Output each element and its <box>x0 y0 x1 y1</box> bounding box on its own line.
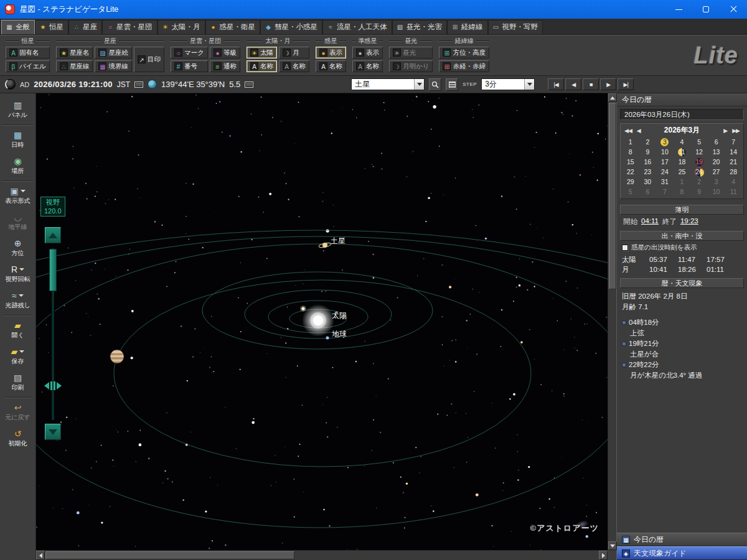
calendar-day-1-adjacent[interactable]: 1 <box>674 177 691 187</box>
planet-jupiter[interactable] <box>110 350 124 363</box>
sidebar-item-保存[interactable]: ▰保存 <box>0 343 35 370</box>
sky-chart[interactable]: 太陽土星地球 視野 120.0 ©アストロアーツ <box>36 93 608 550</box>
zoom-slider-handle[interactable] <box>40 381 66 391</box>
calendar-day-1[interactable]: 1 <box>622 137 639 147</box>
sidebar-item-表示形式[interactable]: ▣表示形式 <box>0 183 35 209</box>
step-select-arrow[interactable] <box>524 79 534 90</box>
toolbar-button-名称[interactable]: A名称 <box>279 60 309 72</box>
calendar-day-2-adjacent[interactable]: 2 <box>690 177 708 187</box>
tab-太陽・月[interactable]: ☀太陽・月 <box>157 20 205 34</box>
datetime-value[interactable]: 2026/03/26 19:21:00 <box>34 80 112 89</box>
tab-全般[interactable]: ▦全般 <box>1 20 35 34</box>
zoom-in-button[interactable] <box>45 424 61 440</box>
calendar-day-7-adjacent[interactable]: 7 <box>656 187 674 197</box>
toolbar-button-マーク[interactable]: ○マーク <box>171 47 208 58</box>
calendar-prev-year-button[interactable]: ◀◀ <box>622 128 634 134</box>
calendar-day-5-adjacent[interactable]: 5 <box>622 187 639 197</box>
calendar-day-24[interactable]: 24 <box>656 167 674 177</box>
toolbar-button-表示[interactable]: ●表示 <box>316 47 346 58</box>
calendar-day-6-adjacent[interactable]: 6 <box>639 187 657 197</box>
calendar-day-18[interactable]: 18 <box>674 157 691 167</box>
tab-視野・写野[interactable]: ▭視野・写野 <box>488 20 543 34</box>
calendar-day-6[interactable]: 6 <box>708 137 725 147</box>
calendar-day-26[interactable]: 26 <box>690 167 708 177</box>
location-globe-icon[interactable] <box>148 80 157 89</box>
scroll-left-button[interactable] <box>36 551 45 560</box>
calendar-day-15[interactable]: 15 <box>622 157 639 167</box>
play-button[interactable]: ▶ <box>600 78 616 90</box>
tab-経緯線[interactable]: ⊞経緯線 <box>447 20 488 34</box>
toolbar-button-昼光[interactable]: ☀昼光 <box>389 47 433 58</box>
close-button[interactable] <box>720 0 747 19</box>
planet-sun[interactable] <box>302 304 334 337</box>
calendar-day-5[interactable]: 5 <box>690 137 708 147</box>
scroll-down-button[interactable] <box>608 541 617 550</box>
sidebar-item-開く[interactable]: ▰開く <box>0 317 35 343</box>
calendar-prev-month-button[interactable]: ◀ <box>634 128 643 134</box>
vertical-scroll-thumb[interactable] <box>609 103 616 289</box>
sidebar-item-地平線[interactable]: ◡地平線 <box>0 209 35 235</box>
time-globe-icon[interactable] <box>5 79 16 90</box>
toolbar-button-月[interactable]: ☽月 <box>279 47 309 58</box>
toolbar-button-名称[interactable]: A名称 <box>247 60 277 72</box>
calendar-day-11[interactable]: 11 <box>674 147 691 157</box>
step-select[interactable]: 3分 <box>481 78 535 90</box>
maximize-button[interactable] <box>692 0 720 19</box>
sidebar-item-場所[interactable]: ◉場所 <box>0 153 35 179</box>
toolbar-button-等級[interactable]: ●等級 <box>210 47 240 58</box>
scroll-right-button[interactable] <box>599 551 608 560</box>
tab-流星・人工天体[interactable]: ≈流星・人工天体 <box>322 20 392 34</box>
toolbar-button-名称[interactable]: A名称 <box>352 60 383 72</box>
toolbar-button-通称[interactable]: ≡通称 <box>210 60 240 72</box>
calendar-day-2[interactable]: 2 <box>639 137 657 147</box>
tab-星雲・星団[interactable]: ○星雲・星団 <box>102 20 157 34</box>
calendar-day-19[interactable]: 19 <box>690 157 708 167</box>
sidebar-item-光跡残し[interactable]: ≈光跡残し <box>0 287 35 314</box>
calendar-day-10[interactable]: 10 <box>656 147 674 157</box>
calendar-day-17[interactable]: 17 <box>656 157 674 167</box>
twilight-start-time[interactable]: 04:11 <box>641 217 659 226</box>
planet-venus[interactable] <box>300 306 306 312</box>
calendar-day-7[interactable]: 7 <box>725 137 742 147</box>
object-list-button[interactable] <box>446 78 458 91</box>
toolbar-button-星座絵[interactable]: ▨星座絵 <box>95 47 132 58</box>
calendar-next-month-button[interactable]: ▶ <box>721 128 730 134</box>
toolbar-button-星座名[interactable]: ★星座名 <box>56 47 93 58</box>
planet-earth[interactable] <box>326 337 329 340</box>
target-select-arrow[interactable] <box>414 79 424 90</box>
tab-恒星[interactable]: ★恒星 <box>35 20 68 34</box>
play-back-button[interactable]: ◀ <box>565 78 581 90</box>
calendar-day-20[interactable]: 20 <box>708 157 725 167</box>
toolbar-button-境界線[interactable]: ▦境界線 <box>95 60 132 72</box>
sidebar-item-初期化[interactable]: ↺初期化 <box>0 426 35 452</box>
sky-canvas[interactable] <box>36 93 608 550</box>
datetime-keypad-icon[interactable] <box>134 82 143 88</box>
horizontal-scroll-thumb[interactable] <box>45 551 294 559</box>
calendar-day-14[interactable]: 14 <box>725 147 742 157</box>
sidebar-item-視野回転[interactable]: R視野回転 <box>0 261 35 287</box>
vertical-scrollbar[interactable] <box>608 93 616 550</box>
calendar-day-25[interactable]: 25 <box>674 167 691 177</box>
jump-start-button[interactable]: |◀ <box>548 78 564 90</box>
twilight-end-time[interactable]: 19:23 <box>680 217 698 226</box>
toolbar-button-バイエル[interactable]: βバイエル <box>6 60 50 72</box>
toolbar-button-番号[interactable]: #番号 <box>171 60 208 72</box>
sidebar-item-パネル[interactable]: ▥パネル <box>0 97 35 123</box>
toolbar-button-表示[interactable]: ●表示 <box>352 47 383 58</box>
calendar-day-10-adjacent[interactable]: 10 <box>708 187 725 197</box>
calendar-next-year-button[interactable]: ▶▶ <box>730 128 742 134</box>
calendar-day-21[interactable]: 21 <box>725 157 742 167</box>
magnitude-keypad-icon[interactable] <box>245 82 253 88</box>
toolbar-button-目印[interactable]: ↗目印 <box>134 47 164 72</box>
search-button[interactable] <box>429 78 441 91</box>
calendar-day-4[interactable]: 4 <box>674 137 691 147</box>
calendar-day-23[interactable]: 23 <box>639 167 657 177</box>
horizontal-scrollbar[interactable] <box>36 550 608 560</box>
minimize-button[interactable] <box>665 0 692 19</box>
calendar-day-3[interactable]: 3 <box>656 137 674 147</box>
calendar-day-30[interactable]: 30 <box>639 177 657 187</box>
toolbar-button-固有名[interactable]: A固有名 <box>6 47 50 58</box>
tab-彗星・小惑星[interactable]: ◆彗星・小惑星 <box>260 20 322 34</box>
location-value[interactable]: 139°44'E 35°39'N <box>161 80 225 89</box>
calendar-day-4-adjacent[interactable]: 4 <box>725 177 742 187</box>
